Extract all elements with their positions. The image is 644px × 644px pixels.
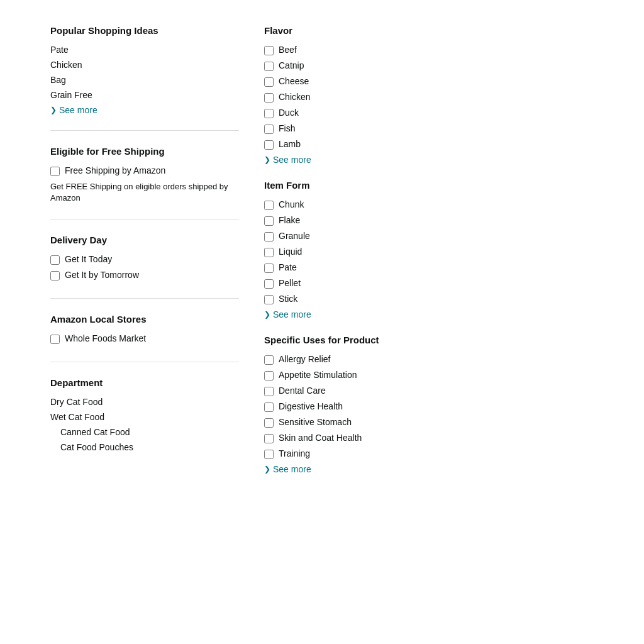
item-form-granule-checkbox[interactable] [264,232,274,242]
specific-uses-digestive-row: Digestive Health [264,399,594,414]
item-form-pellet-row: Pellet [264,275,594,291]
item-form-stick-row: Stick [264,291,594,307]
popular-shopping-see-more[interactable]: ❯ See more [50,105,97,115]
specific-uses-sensitive-row: Sensitive Stomach [264,414,594,430]
free-shipping-title: Eligible for Free Shipping [50,146,239,157]
specific-uses-allergy-row: Allergy Relief [264,352,594,367]
item-form-granule-label: Granule [279,231,310,241]
specific-uses-digestive-label: Digestive Health [279,401,343,411]
specific-uses-skin-row: Skin and Coat Health [264,430,594,446]
specific-uses-dental-checkbox[interactable] [264,387,274,396]
department-section: Department Dry Cat Food Wet Cat Food Can… [50,377,239,470]
list-item[interactable]: Chicken [50,57,239,72]
item-form-chunk-label: Chunk [279,199,304,209]
flavor-see-more[interactable]: ❯ See more [264,155,311,165]
item-form-flake-label: Flake [279,215,300,225]
specific-uses-sensitive-checkbox[interactable] [264,418,274,428]
free-shipping-section: Eligible for Free Shipping Free Shipping… [50,146,239,219]
specific-uses-training-label: Training [279,448,310,458]
whole-foods-label: Whole Foods Market [65,333,146,343]
flavor-chicken-label: Chicken [279,92,311,102]
specific-uses-see-more[interactable]: ❯ See more [264,464,311,474]
list-item[interactable]: Canned Cat Food [60,425,239,440]
item-form-pate-checkbox[interactable] [264,264,274,273]
get-it-tomorrow-label: Get It by Tomorrow [65,270,139,280]
main-container: Popular Shopping Ideas Pate Chicken Bag … [13,13,631,502]
flavor-chicken-checkbox[interactable] [264,93,274,103]
list-item[interactable]: Dry Cat Food [50,394,239,409]
delivery-day-title: Delivery Day [50,235,239,245]
chevron-down-icon: ❯ [264,465,270,474]
list-item[interactable]: Bag [50,72,239,87]
right-column: Flavor Beef Catnip Cheese Chicken Duck [264,25,594,489]
flavor-duck-label: Duck [279,108,299,118]
specific-uses-sensitive-label: Sensitive Stomach [279,417,352,427]
amazon-local-title: Amazon Local Stores [50,314,239,325]
specific-uses-training-checkbox[interactable] [264,450,274,459]
free-shipping-checkbox[interactable] [50,167,60,176]
flavor-catnip-checkbox[interactable] [264,62,274,71]
specific-uses-title: Specific Uses for Product [264,335,594,345]
specific-uses-allergy-checkbox[interactable] [264,355,274,365]
whole-foods-checkbox[interactable] [50,335,60,344]
flavor-cheese-checkbox[interactable] [264,77,274,87]
flavor-beef-row: Beef [264,42,594,58]
specific-uses-skin-checkbox[interactable] [264,434,274,443]
item-form-chunk-row: Chunk [264,197,594,213]
flavor-section: Flavor Beef Catnip Cheese Chicken Duck [264,25,594,165]
free-shipping-label: Free Shipping by Amazon [65,165,165,175]
get-it-today-row: Get It Today [50,252,239,267]
item-form-pellet-checkbox[interactable] [264,279,274,289]
popular-shopping-title: Popular Shopping Ideas [50,25,239,36]
whole-foods-row: Whole Foods Market [50,331,239,347]
popular-shopping-section: Popular Shopping Ideas Pate Chicken Bag … [50,25,239,131]
item-form-pate-row: Pate [264,260,594,275]
delivery-day-section: Delivery Day Get It Today Get It by Tomo… [50,235,239,299]
item-form-title: Item Form [264,180,594,191]
item-form-see-more[interactable]: ❯ See more [264,309,311,319]
flavor-cheese-label: Cheese [279,76,309,86]
amazon-local-section: Amazon Local Stores Whole Foods Market [50,314,239,362]
item-form-flake-checkbox[interactable] [264,216,274,226]
flavor-lamb-row: Lamb [264,136,594,152]
free-shipping-note: Get FREE Shipping on eligible orders shi… [50,181,239,204]
flavor-catnip-row: Catnip [264,58,594,74]
item-form-stick-checkbox[interactable] [264,295,274,304]
flavor-duck-checkbox[interactable] [264,109,274,118]
specific-uses-appetite-checkbox[interactable] [264,371,274,380]
get-it-today-checkbox[interactable] [50,255,60,265]
flavor-fish-checkbox[interactable] [264,125,274,134]
specific-uses-appetite-label: Appetite Stimulation [279,370,357,380]
specific-uses-appetite-row: Appetite Stimulation [264,367,594,383]
flavor-fish-label: Fish [279,123,295,133]
list-item[interactable]: Wet Cat Food [50,409,239,425]
list-item[interactable]: Pate [50,42,239,57]
item-form-section: Item Form Chunk Flake Granule Liquid Pat… [264,180,594,319]
flavor-cheese-row: Cheese [264,74,594,89]
free-shipping-checkbox-row: Free Shipping by Amazon [50,163,239,179]
department-title: Department [50,377,239,388]
item-form-flake-row: Flake [264,213,594,228]
chevron-down-icon: ❯ [264,155,270,164]
get-it-tomorrow-checkbox[interactable] [50,271,60,280]
specific-uses-allergy-label: Allergy Relief [279,354,330,364]
flavor-beef-label: Beef [279,45,297,55]
item-form-chunk-checkbox[interactable] [264,201,274,210]
get-it-tomorrow-row: Get It by Tomorrow [50,267,239,283]
flavor-beef-checkbox[interactable] [264,46,274,55]
specific-uses-dental-row: Dental Care [264,383,594,399]
item-form-stick-label: Stick [279,294,297,304]
item-form-liquid-checkbox[interactable] [264,248,274,257]
flavor-duck-row: Duck [264,105,594,121]
specific-uses-digestive-checkbox[interactable] [264,402,274,412]
flavor-lamb-checkbox[interactable] [264,140,274,150]
left-column: Popular Shopping Ideas Pate Chicken Bag … [50,25,239,489]
flavor-fish-row: Fish [264,121,594,136]
chevron-down-icon: ❯ [50,106,57,114]
list-item[interactable]: Cat Food Pouches [60,440,239,455]
list-item[interactable]: Grain Free [50,87,239,103]
flavor-catnip-label: Catnip [279,60,304,70]
chevron-down-icon: ❯ [264,310,270,319]
flavor-chicken-row: Chicken [264,89,594,105]
specific-uses-skin-label: Skin and Coat Health [279,433,362,443]
